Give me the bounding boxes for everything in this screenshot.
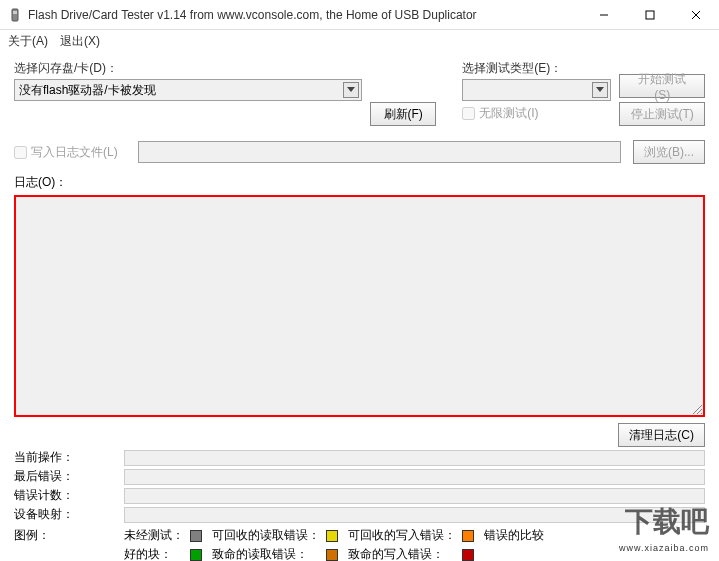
- device-map-value: [124, 507, 705, 523]
- legend-recov-read-swatch: [326, 530, 338, 542]
- unlimited-test-input[interactable]: [462, 107, 475, 120]
- log-file-path-field[interactable]: [138, 141, 621, 163]
- unlimited-test-label: 无限测试(I): [479, 105, 538, 122]
- current-op-value: [124, 450, 705, 466]
- legend-fatal-read-swatch: [326, 549, 338, 561]
- app-icon: [8, 8, 22, 22]
- legend-untested-label: 未经测试：: [124, 527, 184, 544]
- maximize-button[interactable]: [627, 0, 673, 30]
- resize-grip-icon: [691, 403, 703, 415]
- current-op-label: 当前操作：: [14, 449, 124, 466]
- write-log-checkbox[interactable]: 写入日志文件(L): [14, 144, 132, 161]
- error-count-label: 错误计数：: [14, 487, 124, 504]
- device-map-label: 设备映射：: [14, 506, 124, 523]
- watermark-main: 下载吧: [625, 503, 709, 541]
- start-test-button[interactable]: 开始测试(S): [619, 74, 705, 98]
- write-log-input[interactable]: [14, 146, 27, 159]
- log-label: 日志(O)：: [14, 174, 705, 191]
- log-textarea[interactable]: [14, 195, 705, 417]
- drive-dropdown-value: 没有flash驱动器/卡被发现: [19, 82, 156, 99]
- legend-compare-label: 错误的比较: [484, 527, 544, 544]
- menu-about[interactable]: 关于(A): [8, 33, 48, 50]
- window-title: Flash Drive/Card Tester v1.14 from www.v…: [28, 8, 581, 22]
- unlimited-test-checkbox[interactable]: 无限测试(I): [462, 105, 611, 122]
- svg-rect-3: [646, 11, 654, 19]
- legend-recov-write-label: 可回收的写入错误：: [348, 527, 456, 544]
- legend-fatal-write-swatch: [462, 549, 474, 561]
- write-log-label: 写入日志文件(L): [31, 144, 118, 161]
- svg-rect-1: [13, 11, 17, 14]
- refresh-button[interactable]: 刷新(F): [370, 102, 436, 126]
- legend-fatal-read-label: 致命的读取错误：: [212, 546, 320, 561]
- stop-test-button[interactable]: 停止测试(T): [619, 102, 705, 126]
- legend-untested-swatch: [190, 530, 202, 542]
- minimize-button[interactable]: [581, 0, 627, 30]
- title-bar: Flash Drive/Card Tester v1.14 from www.v…: [0, 0, 719, 30]
- svg-marker-7: [596, 87, 604, 92]
- watermark-sub: www.xiazaiba.com: [619, 543, 709, 553]
- last-error-label: 最后错误：: [14, 468, 124, 485]
- clear-log-button[interactable]: 清理日志(C): [618, 423, 705, 447]
- dropdown-arrow-icon: [592, 82, 608, 98]
- legend-good-label: 好的块：: [124, 546, 184, 561]
- legend-good-swatch: [190, 549, 202, 561]
- legend-fatal-write-label: 致命的写入错误：: [348, 546, 456, 561]
- dropdown-arrow-icon: [343, 82, 359, 98]
- test-type-dropdown[interactable]: [462, 79, 611, 101]
- error-count-value: [124, 488, 705, 504]
- svg-line-10: [701, 413, 702, 414]
- content-area: 选择闪存盘/卡(D)： 没有flash驱动器/卡被发现 刷新(F) 选择测试类型…: [0, 52, 719, 561]
- menu-bar: 关于(A) 退出(X): [0, 30, 719, 52]
- menu-exit[interactable]: 退出(X): [60, 33, 100, 50]
- svg-line-8: [693, 405, 702, 414]
- browse-button[interactable]: 浏览(B)...: [633, 140, 705, 164]
- close-button[interactable]: [673, 0, 719, 30]
- select-test-type-label: 选择测试类型(E)：: [462, 60, 611, 77]
- svg-marker-6: [347, 87, 355, 92]
- select-drive-label: 选择闪存盘/卡(D)：: [14, 60, 362, 77]
- legend-recov-read-label: 可回收的读取错误：: [212, 527, 320, 544]
- legend-recov-write-swatch: [462, 530, 474, 542]
- last-error-value: [124, 469, 705, 485]
- svg-rect-0: [12, 9, 18, 21]
- legend-label: 图例：: [14, 527, 124, 544]
- drive-dropdown[interactable]: 没有flash驱动器/卡被发现: [14, 79, 362, 101]
- legend-grid: 未经测试： 可回收的读取错误： 可回收的写入错误： 错误的比较 好的块： 致命的…: [124, 527, 544, 561]
